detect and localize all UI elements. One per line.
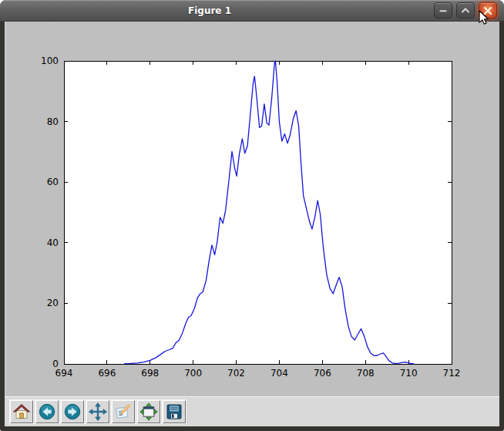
forward-button[interactable] xyxy=(61,400,84,423)
window-title: Figure 1 xyxy=(0,0,419,22)
zoom-button[interactable] xyxy=(112,400,135,423)
navigation-toolbar xyxy=(5,396,499,426)
maximize-button[interactable] xyxy=(456,2,475,19)
save-button[interactable] xyxy=(163,400,186,423)
figure-window: Figure 1 6946966987007027047067087107120… xyxy=(0,0,504,431)
window-controls xyxy=(434,2,497,19)
back-button[interactable] xyxy=(35,400,59,423)
minimize-icon xyxy=(438,5,449,16)
y-tick-label: 100 xyxy=(41,56,59,66)
x-tick-label: 696 xyxy=(98,368,116,379)
pan-arrows-icon xyxy=(89,402,107,421)
close-button[interactable] xyxy=(479,2,497,19)
minimize-button[interactable] xyxy=(434,2,452,19)
save-floppy-icon xyxy=(165,402,183,421)
figure-canvas: 6946966987007027047067087107120204060801… xyxy=(5,22,499,396)
y-tick-label: 80 xyxy=(47,116,59,127)
pan-button[interactable] xyxy=(86,400,109,423)
x-tick-label: 704 xyxy=(270,368,288,379)
y-tick-label: 20 xyxy=(47,298,59,308)
subplots-button[interactable] xyxy=(137,400,160,423)
x-tick-label: 710 xyxy=(400,368,418,379)
window-titlebar[interactable]: Figure 1 xyxy=(0,0,504,22)
x-tick-label: 708 xyxy=(357,368,375,379)
x-tick-label: 700 xyxy=(184,368,202,379)
x-tick-label: 698 xyxy=(141,368,159,379)
back-arrow-icon xyxy=(38,402,56,421)
home-icon xyxy=(12,402,31,421)
forward-arrow-icon xyxy=(63,402,82,421)
y-tick-label: 60 xyxy=(47,177,59,187)
x-tick-label: 712 xyxy=(443,368,461,379)
zoom-to-rect-icon xyxy=(114,402,133,421)
maximize-icon xyxy=(460,5,471,16)
x-tick-label: 702 xyxy=(227,368,245,379)
plot-canvas[interactable]: 6946966987007027047067087107120204060801… xyxy=(5,22,500,396)
y-tick-label: 0 xyxy=(52,359,59,369)
close-icon xyxy=(482,5,493,16)
x-tick-label: 706 xyxy=(314,368,331,379)
home-button[interactable] xyxy=(10,400,33,423)
y-tick-label: 40 xyxy=(47,237,59,248)
x-tick-label: 694 xyxy=(55,368,73,379)
configure-subplots-icon xyxy=(139,402,158,421)
